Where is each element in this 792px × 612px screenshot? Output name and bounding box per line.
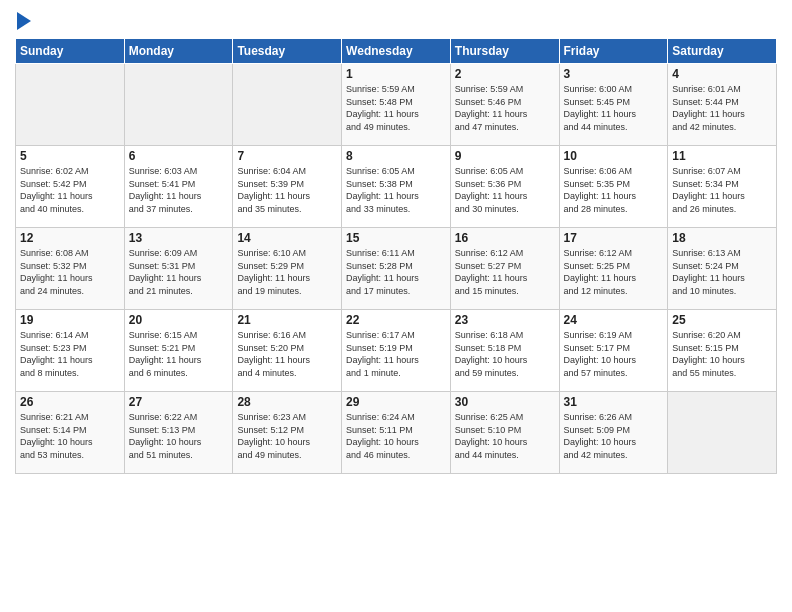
calendar-table: SundayMondayTuesdayWednesdayThursdayFrid…	[15, 38, 777, 474]
header	[15, 10, 777, 30]
day-number: 5	[20, 149, 120, 163]
day-number: 19	[20, 313, 120, 327]
logo	[15, 14, 31, 30]
day-number: 25	[672, 313, 772, 327]
day-info: Sunrise: 6:16 AM Sunset: 5:20 PM Dayligh…	[237, 329, 337, 379]
calendar-cell: 13Sunrise: 6:09 AM Sunset: 5:31 PM Dayli…	[124, 228, 233, 310]
day-number: 28	[237, 395, 337, 409]
calendar-cell: 10Sunrise: 6:06 AM Sunset: 5:35 PM Dayli…	[559, 146, 668, 228]
calendar-cell: 20Sunrise: 6:15 AM Sunset: 5:21 PM Dayli…	[124, 310, 233, 392]
calendar-week-row: 1Sunrise: 5:59 AM Sunset: 5:48 PM Daylig…	[16, 64, 777, 146]
calendar-cell	[124, 64, 233, 146]
calendar-week-row: 19Sunrise: 6:14 AM Sunset: 5:23 PM Dayli…	[16, 310, 777, 392]
day-number: 26	[20, 395, 120, 409]
day-number: 16	[455, 231, 555, 245]
calendar-cell: 26Sunrise: 6:21 AM Sunset: 5:14 PM Dayli…	[16, 392, 125, 474]
calendar-cell: 30Sunrise: 6:25 AM Sunset: 5:10 PM Dayli…	[450, 392, 559, 474]
day-info: Sunrise: 5:59 AM Sunset: 5:46 PM Dayligh…	[455, 83, 555, 133]
day-info: Sunrise: 6:02 AM Sunset: 5:42 PM Dayligh…	[20, 165, 120, 215]
day-number: 23	[455, 313, 555, 327]
day-number: 12	[20, 231, 120, 245]
day-info: Sunrise: 6:03 AM Sunset: 5:41 PM Dayligh…	[129, 165, 229, 215]
calendar-cell: 14Sunrise: 6:10 AM Sunset: 5:29 PM Dayli…	[233, 228, 342, 310]
calendar-cell: 18Sunrise: 6:13 AM Sunset: 5:24 PM Dayli…	[668, 228, 777, 310]
day-info: Sunrise: 6:12 AM Sunset: 5:27 PM Dayligh…	[455, 247, 555, 297]
day-info: Sunrise: 6:01 AM Sunset: 5:44 PM Dayligh…	[672, 83, 772, 133]
calendar-week-row: 12Sunrise: 6:08 AM Sunset: 5:32 PM Dayli…	[16, 228, 777, 310]
weekday-header-sunday: Sunday	[16, 39, 125, 64]
day-info: Sunrise: 6:21 AM Sunset: 5:14 PM Dayligh…	[20, 411, 120, 461]
weekday-header-wednesday: Wednesday	[342, 39, 451, 64]
calendar-cell: 4Sunrise: 6:01 AM Sunset: 5:44 PM Daylig…	[668, 64, 777, 146]
day-info: Sunrise: 6:13 AM Sunset: 5:24 PM Dayligh…	[672, 247, 772, 297]
day-number: 15	[346, 231, 446, 245]
calendar-cell: 3Sunrise: 6:00 AM Sunset: 5:45 PM Daylig…	[559, 64, 668, 146]
day-info: Sunrise: 6:12 AM Sunset: 5:25 PM Dayligh…	[564, 247, 664, 297]
day-info: Sunrise: 6:10 AM Sunset: 5:29 PM Dayligh…	[237, 247, 337, 297]
day-info: Sunrise: 6:05 AM Sunset: 5:38 PM Dayligh…	[346, 165, 446, 215]
day-number: 22	[346, 313, 446, 327]
day-info: Sunrise: 6:14 AM Sunset: 5:23 PM Dayligh…	[20, 329, 120, 379]
day-info: Sunrise: 6:18 AM Sunset: 5:18 PM Dayligh…	[455, 329, 555, 379]
weekday-header-saturday: Saturday	[668, 39, 777, 64]
day-number: 30	[455, 395, 555, 409]
calendar-cell: 25Sunrise: 6:20 AM Sunset: 5:15 PM Dayli…	[668, 310, 777, 392]
calendar-cell: 24Sunrise: 6:19 AM Sunset: 5:17 PM Dayli…	[559, 310, 668, 392]
calendar-cell: 8Sunrise: 6:05 AM Sunset: 5:38 PM Daylig…	[342, 146, 451, 228]
weekday-header-monday: Monday	[124, 39, 233, 64]
day-number: 13	[129, 231, 229, 245]
day-info: Sunrise: 6:07 AM Sunset: 5:34 PM Dayligh…	[672, 165, 772, 215]
day-number: 2	[455, 67, 555, 81]
day-info: Sunrise: 6:23 AM Sunset: 5:12 PM Dayligh…	[237, 411, 337, 461]
day-number: 4	[672, 67, 772, 81]
day-info: Sunrise: 5:59 AM Sunset: 5:48 PM Dayligh…	[346, 83, 446, 133]
calendar-cell: 28Sunrise: 6:23 AM Sunset: 5:12 PM Dayli…	[233, 392, 342, 474]
day-info: Sunrise: 6:24 AM Sunset: 5:11 PM Dayligh…	[346, 411, 446, 461]
calendar-cell: 23Sunrise: 6:18 AM Sunset: 5:18 PM Dayli…	[450, 310, 559, 392]
calendar-cell: 22Sunrise: 6:17 AM Sunset: 5:19 PM Dayli…	[342, 310, 451, 392]
calendar-cell: 16Sunrise: 6:12 AM Sunset: 5:27 PM Dayli…	[450, 228, 559, 310]
day-info: Sunrise: 6:22 AM Sunset: 5:13 PM Dayligh…	[129, 411, 229, 461]
calendar-cell: 29Sunrise: 6:24 AM Sunset: 5:11 PM Dayli…	[342, 392, 451, 474]
day-info: Sunrise: 6:15 AM Sunset: 5:21 PM Dayligh…	[129, 329, 229, 379]
day-number: 29	[346, 395, 446, 409]
calendar-cell: 17Sunrise: 6:12 AM Sunset: 5:25 PM Dayli…	[559, 228, 668, 310]
calendar-header-row: SundayMondayTuesdayWednesdayThursdayFrid…	[16, 39, 777, 64]
day-number: 31	[564, 395, 664, 409]
day-number: 8	[346, 149, 446, 163]
day-number: 17	[564, 231, 664, 245]
day-number: 1	[346, 67, 446, 81]
calendar-cell: 19Sunrise: 6:14 AM Sunset: 5:23 PM Dayli…	[16, 310, 125, 392]
day-info: Sunrise: 6:17 AM Sunset: 5:19 PM Dayligh…	[346, 329, 446, 379]
day-info: Sunrise: 6:06 AM Sunset: 5:35 PM Dayligh…	[564, 165, 664, 215]
weekday-header-tuesday: Tuesday	[233, 39, 342, 64]
calendar-cell	[233, 64, 342, 146]
day-number: 6	[129, 149, 229, 163]
calendar-cell: 2Sunrise: 5:59 AM Sunset: 5:46 PM Daylig…	[450, 64, 559, 146]
day-info: Sunrise: 6:04 AM Sunset: 5:39 PM Dayligh…	[237, 165, 337, 215]
day-number: 3	[564, 67, 664, 81]
page-container: SundayMondayTuesdayWednesdayThursdayFrid…	[0, 0, 792, 612]
calendar-cell	[16, 64, 125, 146]
day-info: Sunrise: 6:11 AM Sunset: 5:28 PM Dayligh…	[346, 247, 446, 297]
calendar-cell: 11Sunrise: 6:07 AM Sunset: 5:34 PM Dayli…	[668, 146, 777, 228]
day-info: Sunrise: 6:00 AM Sunset: 5:45 PM Dayligh…	[564, 83, 664, 133]
day-number: 27	[129, 395, 229, 409]
day-number: 10	[564, 149, 664, 163]
calendar-week-row: 5Sunrise: 6:02 AM Sunset: 5:42 PM Daylig…	[16, 146, 777, 228]
calendar-cell: 7Sunrise: 6:04 AM Sunset: 5:39 PM Daylig…	[233, 146, 342, 228]
day-info: Sunrise: 6:20 AM Sunset: 5:15 PM Dayligh…	[672, 329, 772, 379]
calendar-cell: 9Sunrise: 6:05 AM Sunset: 5:36 PM Daylig…	[450, 146, 559, 228]
calendar-cell: 12Sunrise: 6:08 AM Sunset: 5:32 PM Dayli…	[16, 228, 125, 310]
calendar-cell	[668, 392, 777, 474]
calendar-week-row: 26Sunrise: 6:21 AM Sunset: 5:14 PM Dayli…	[16, 392, 777, 474]
day-info: Sunrise: 6:09 AM Sunset: 5:31 PM Dayligh…	[129, 247, 229, 297]
day-number: 24	[564, 313, 664, 327]
calendar-cell: 5Sunrise: 6:02 AM Sunset: 5:42 PM Daylig…	[16, 146, 125, 228]
calendar-cell: 31Sunrise: 6:26 AM Sunset: 5:09 PM Dayli…	[559, 392, 668, 474]
calendar-cell: 27Sunrise: 6:22 AM Sunset: 5:13 PM Dayli…	[124, 392, 233, 474]
weekday-header-friday: Friday	[559, 39, 668, 64]
day-number: 7	[237, 149, 337, 163]
calendar-cell: 1Sunrise: 5:59 AM Sunset: 5:48 PM Daylig…	[342, 64, 451, 146]
day-info: Sunrise: 6:08 AM Sunset: 5:32 PM Dayligh…	[20, 247, 120, 297]
